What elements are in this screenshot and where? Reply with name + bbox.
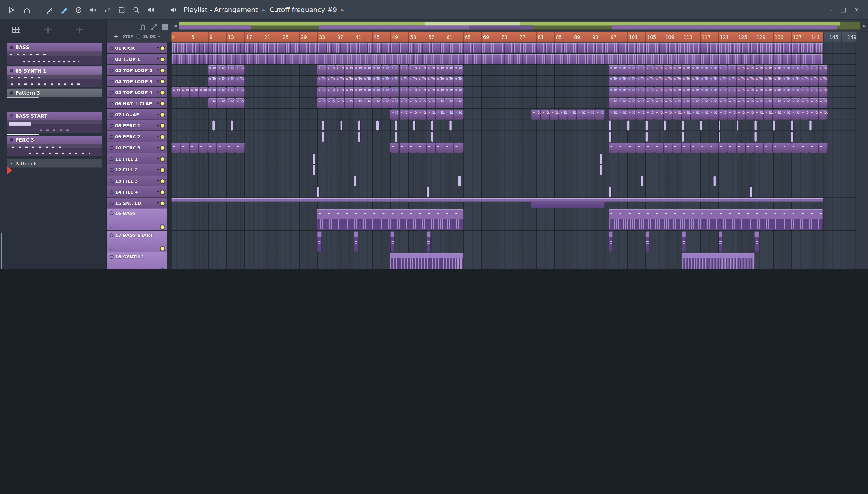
- playhead-marker[interactable]: [171, 34, 176, 40]
- playlist-lane[interactable]: [171, 175, 856, 187]
- clip-tick[interactable]: [431, 120, 433, 130]
- chevron-down-icon[interactable]: ▾: [157, 190, 159, 194]
- pattern-item[interactable]: ≡Pattern 3: [7, 89, 102, 98]
- snap-icon[interactable]: [140, 22, 146, 33]
- track-led[interactable]: [161, 79, 165, 83]
- clip-tick[interactable]: [213, 120, 215, 130]
- clip-tick[interactable]: [313, 165, 315, 175]
- clip-tick[interactable]: [737, 120, 739, 130]
- clip-tick[interactable]: [682, 120, 684, 130]
- chevron-down-icon[interactable]: ▾: [157, 134, 159, 139]
- slide-indicator[interactable]: [159, 36, 160, 37]
- track-power-icon[interactable]: [110, 179, 114, 183]
- track-led[interactable]: [161, 247, 165, 251]
- track-power-icon[interactable]: [110, 135, 114, 138]
- pattern-item[interactable]: ≡PERC 3: [7, 136, 102, 156]
- chevron-down-icon[interactable]: ▾: [157, 157, 159, 161]
- clip-tick[interactable]: [358, 132, 361, 141]
- clip-mini[interactable]: [427, 231, 431, 252]
- step-toggle[interactable]: [136, 34, 141, 39]
- clip-pattern[interactable]: [171, 54, 823, 64]
- picker-wave-icon[interactable]: [76, 26, 83, 33]
- clip-pattern[interactable]: [390, 253, 463, 269]
- close-button[interactable]: ×: [854, 0, 859, 20]
- playlist-lane[interactable]: [171, 187, 856, 197]
- track-power-icon[interactable]: [110, 124, 114, 128]
- track-power-icon[interactable]: [110, 168, 114, 172]
- select-icon[interactable]: [116, 4, 128, 15]
- track-power-icon[interactable]: [110, 157, 114, 161]
- clip-pattern[interactable]: [682, 253, 755, 269]
- minimize-button[interactable]: –: [830, 0, 833, 20]
- track-power-icon[interactable]: [110, 233, 114, 237]
- clip-mini[interactable]: [682, 231, 686, 252]
- playlist-lane[interactable]: [171, 153, 856, 165]
- track-header[interactable]: 11 FILL 1▾: [107, 153, 167, 165]
- track-power-icon[interactable]: [110, 101, 114, 106]
- grid-icon[interactable]: [162, 22, 168, 33]
- clip-tick[interactable]: [645, 120, 647, 130]
- clip-tick[interactable]: [459, 176, 461, 186]
- track-power-icon[interactable]: [110, 190, 114, 194]
- scroll-left-icon[interactable]: ◀: [171, 23, 179, 28]
- clip-tick[interactable]: [449, 120, 451, 130]
- pattern-name-row[interactable]: ≡05 SYNTH 1: [7, 66, 102, 75]
- track-power-icon[interactable]: [110, 255, 114, 259]
- pattern-item[interactable]: ≡05 SYNTH 1: [7, 66, 102, 87]
- track-power-icon[interactable]: [110, 79, 114, 83]
- track-header[interactable]: 18 SYNTH 1...: [107, 252, 167, 269]
- chevron-down-icon[interactable]: ▾: [157, 146, 159, 150]
- playlist-lane[interactable]: » To..» To..» To..» To..» To..» To..» To…: [171, 65, 856, 76]
- monitor-speaker-icon[interactable]: [168, 4, 179, 15]
- clip-tick[interactable]: [322, 120, 324, 130]
- track-power-icon[interactable]: [110, 201, 114, 205]
- clip-tick[interactable]: [609, 132, 611, 141]
- track-led[interactable]: [161, 101, 165, 106]
- playlist-lane[interactable]: [171, 54, 856, 65]
- automation-clip[interactable]: [171, 198, 823, 202]
- picker-move-icon[interactable]: [44, 26, 52, 33]
- track-power-icon[interactable]: [110, 90, 114, 94]
- clip-tick[interactable]: [664, 120, 666, 130]
- clip-pattern[interactable]: [171, 43, 823, 53]
- track-led[interactable]: [161, 225, 165, 229]
- pattern-grid-icon[interactable]: [12, 26, 20, 33]
- clip-tick[interactable]: [810, 120, 812, 130]
- clip-mini[interactable]: [755, 231, 759, 252]
- playlist-lane[interactable]: ΞΞΞΞΞΞΞΞΞΞΞΞΞΞΞΞΞΞΞΞΞΞΞΞΞΞΞΞΞΞΞΞΞΞΞΞΞΞΞΞ: [171, 208, 856, 230]
- clip-tick[interactable]: [395, 120, 397, 130]
- clip-tick[interactable]: [377, 120, 379, 130]
- zoom-icon[interactable]: [130, 4, 142, 15]
- track-header[interactable]: 06 HAT + CLAP▾: [107, 98, 167, 109]
- chevron-down-icon[interactable]: ▾: [157, 178, 159, 183]
- playlist-lane[interactable]: [171, 120, 856, 131]
- track-header[interactable]: 07 LO..AP▾: [107, 109, 167, 120]
- clip-tick[interactable]: [645, 132, 647, 141]
- maximize-button[interactable]: □: [841, 0, 846, 20]
- pattern-name-row[interactable]: •Pattern 6: [7, 159, 102, 168]
- play-icon[interactable]: [5, 4, 17, 15]
- clip-tick[interactable]: [600, 165, 602, 175]
- clip-tick[interactable]: [627, 120, 629, 130]
- clip-tick[interactable]: [755, 132, 757, 141]
- clip-tick[interactable]: [718, 132, 720, 141]
- playlist-lane[interactable]: [171, 131, 856, 142]
- chevron-down-icon[interactable]: ▾: [157, 112, 159, 117]
- track-header[interactable]: 10 PERC 3▾: [107, 142, 167, 153]
- clip-tick[interactable]: [413, 120, 415, 130]
- clip-pattern[interactable]: ΞΞΞΞΞΞΞΞΞΞΞΞΞΞΞΞ: [317, 209, 463, 230]
- playback-icon[interactable]: [145, 4, 156, 15]
- playlist-lane[interactable]: [171, 230, 856, 252]
- pattern-item[interactable]: ≡BASS: [7, 43, 102, 65]
- track-led[interactable]: [161, 201, 165, 205]
- track-header[interactable]: 13 FILL 3▾: [107, 175, 167, 187]
- draw-icon[interactable]: [44, 4, 55, 15]
- clip-tick[interactable]: [317, 187, 319, 197]
- track-header[interactable]: 14 FILL 4▾: [107, 187, 167, 197]
- playlist-lane[interactable]: [171, 252, 856, 269]
- playlist-lane[interactable]: » To..» To..» To..» To..» To..» To..» To…: [171, 109, 856, 120]
- clip-tick[interactable]: [600, 154, 602, 164]
- chevron-down-icon[interactable]: ▾: [157, 68, 159, 73]
- chevron-down-icon[interactable]: ▾: [157, 46, 159, 50]
- clip-tick[interactable]: [609, 120, 611, 130]
